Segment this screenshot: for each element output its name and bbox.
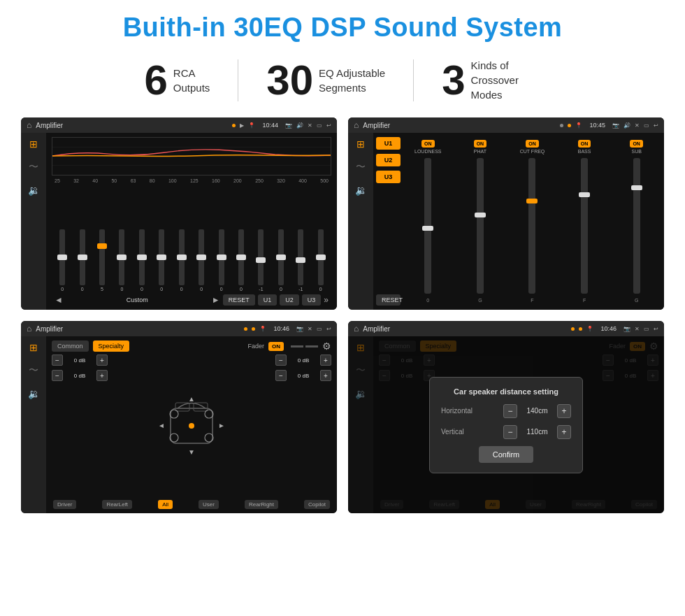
x-icon-2[interactable]: ✕ [635,122,640,129]
eq-icon[interactable]: ⊞ [29,138,38,150]
eq-slider-12[interactable]: -1 [293,229,308,292]
phat-toggle[interactable]: ON [474,140,487,148]
page-title: Buith-in 30EQ DSP Sound System [123,13,563,43]
eq-slider-13[interactable]: 0 [312,229,328,292]
status-time-4: 10:46 [600,325,616,332]
eq-slider-8[interactable]: 0 [213,229,229,292]
stat-eq: 30 EQ AdjustableSegments [238,59,413,101]
stat-rca-text: RCAOutputs [173,66,210,95]
home-icon-4[interactable]: ⌂ [354,324,359,334]
wave-icon[interactable]: 〜 [29,161,38,173]
common-tab[interactable]: Common [52,341,89,352]
eq-slider-5[interactable]: 0 [154,229,169,292]
user-btn[interactable]: User [199,500,219,509]
fader-bottom: Driver RearLeft All User RearRight Copil… [52,500,331,509]
horizontal-label: Horizontal [441,407,473,415]
back-icon-1[interactable]: ↩ [326,122,331,129]
db-minus-fr[interactable]: − [275,354,287,366]
cam-icon-3: 📷 [296,326,303,332]
eq-icon-2[interactable]: ⊞ [356,138,365,150]
crossover-main: U1 U2 U3 RESET ON LOUDNESS [373,133,664,310]
x-icon-3[interactable]: ✕ [308,326,312,332]
home-icon-3[interactable]: ⌂ [27,324,31,334]
bass-toggle[interactable]: ON [578,140,591,148]
fader-right: − 0 dB + − 0 dB + [275,354,331,497]
eq-icon-3[interactable]: ⊞ [29,342,38,353]
speaker-icon[interactable]: 🔉 [28,185,40,196]
specialty-tab[interactable]: Specialty [93,341,130,352]
x-icon-1[interactable]: ✕ [308,122,312,129]
db-plus-fl[interactable]: + [96,354,108,366]
eq-prev-btn[interactable]: ◄ [55,295,63,305]
status-dot-1 [232,124,236,127]
eq-slider-2[interactable]: 5 [94,229,110,292]
eq-next-btn[interactable]: ► [212,295,220,305]
back-icon-4[interactable]: ↩ [654,326,658,332]
db-plus-fr[interactable]: + [320,354,331,366]
eq-reset-btn[interactable]: RESET [223,294,255,306]
home-icon-1[interactable]: ⌂ [27,120,31,130]
eq-slider-7[interactable]: 0 [194,229,209,292]
preset-u3-btn[interactable]: U3 [376,171,401,183]
copilot-btn[interactable]: Copilot [304,500,330,509]
stat-rca-number: 6 [144,59,167,101]
eq-slider-3[interactable]: 0 [114,229,129,292]
back-icon-3[interactable]: ↩ [326,326,331,332]
pin-icon-4: 📍 [586,326,593,332]
eq-u2-btn[interactable]: U2 [280,294,299,306]
status-title-2: Amplifier [363,122,556,129]
speaker-icon-3[interactable]: 🔉 [28,388,40,399]
vertical-minus[interactable]: − [503,425,517,439]
sq-icon-2: ▭ [644,122,649,129]
stat-crossover-number: 3 [442,59,465,101]
crossover-reset-btn[interactable]: RESET [376,294,401,306]
eq-u1-btn[interactable]: U1 [258,294,277,306]
preset-u2-btn[interactable]: U2 [376,154,401,166]
svg-text:◄: ◄ [158,422,165,429]
cutfreq-toggle[interactable]: ON [526,140,539,148]
speaker-icon-2[interactable]: 🔉 [355,185,367,196]
rearright-btn[interactable]: RearRight [245,500,278,509]
fader-top: Common Specialty Fader ON ⚙ [52,341,331,352]
svg-point-7 [170,410,178,418]
eq-slider-1[interactable]: 0 [74,229,89,292]
status-time-2: 10:45 [589,122,605,129]
driver-btn[interactable]: Driver [53,500,76,509]
db-minus-rr[interactable]: − [275,370,287,381]
rearleft-btn[interactable]: RearLeft [102,500,132,509]
eq-slider-10[interactable]: -1 [253,229,268,292]
db-minus-fl[interactable]: − [52,354,63,366]
pin-icon-1: 📍 [248,122,255,129]
x-icon-4[interactable]: ✕ [635,326,640,332]
distance-screen: ⌂ Amplifier 📍 10:46 📷 ✕ ▭ ↩ ⊞ 〜 🔉 [348,321,664,513]
vertical-plus[interactable]: + [557,425,571,439]
eq-sidebar: ⊞ 〜 🔉 [21,133,46,310]
db-plus-rl[interactable]: + [96,370,108,381]
all-btn[interactable]: All [158,500,173,509]
preset-u1-btn[interactable]: U1 [376,137,401,150]
settings-icon[interactable]: ⚙ [322,341,331,352]
horizontal-minus[interactable]: − [503,404,517,418]
db-plus-rr[interactable]: + [320,370,331,381]
db-minus-rl[interactable]: − [52,370,63,381]
confirm-button[interactable]: Confirm [479,446,534,463]
status-bar-2: ⌂ Amplifier 📍 10:45 📷 🔊 ✕ ▭ ↩ [348,117,664,133]
loudness-toggle[interactable]: ON [421,140,435,148]
eq-slider-11[interactable]: 0 [273,229,289,292]
eq-u3-btn[interactable]: U3 [302,294,322,306]
horizontal-plus[interactable]: + [557,404,571,418]
db-control-rr: − 0 dB + [275,370,331,381]
svg-text:▲: ▲ [188,395,195,403]
eq-slider-4[interactable]: 0 [134,229,150,292]
eq-slider-9[interactable]: 0 [233,229,249,292]
wave-icon-3[interactable]: 〜 [29,364,38,377]
eq-slider-6[interactable]: 0 [174,229,189,292]
home-icon-2[interactable]: ⌂ [354,120,359,130]
fader-toggle[interactable]: ON [268,342,284,351]
fader-body: − 0 dB + − 0 dB + [52,354,331,497]
eq-slider-0[interactable]: 0 [55,229,70,292]
back-icon-2[interactable]: ↩ [654,122,658,129]
db-value-fr: 0 dB [289,357,317,364]
sub-toggle[interactable]: ON [630,140,643,148]
wave-icon-2[interactable]: 〜 [356,161,366,173]
